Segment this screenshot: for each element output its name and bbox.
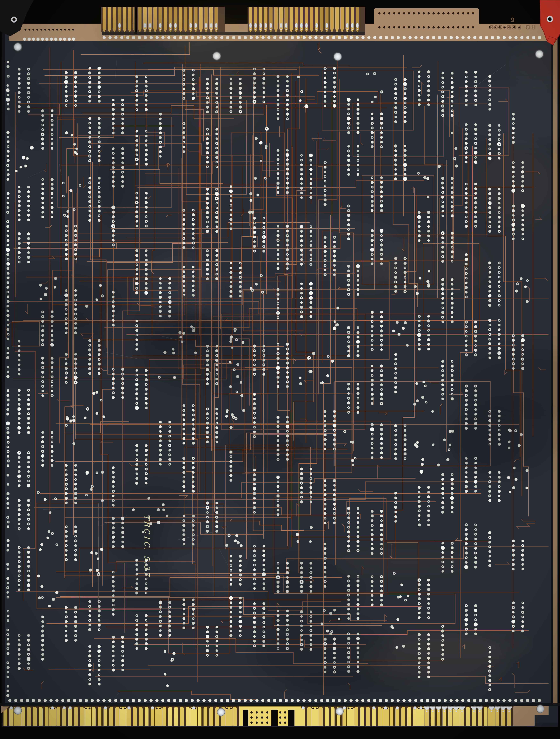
surface-wear-overlay <box>0 0 560 739</box>
handwritten-board-marking: TRC1C. 5.37 <box>143 514 151 578</box>
embossed-part-number-stamp: RO PCB-108 6 <box>488 16 537 30</box>
pcb-scan: TRC1C. 5.37 RO PCB-108 6 <box>0 0 560 739</box>
pcb-board-illustration <box>0 0 560 739</box>
